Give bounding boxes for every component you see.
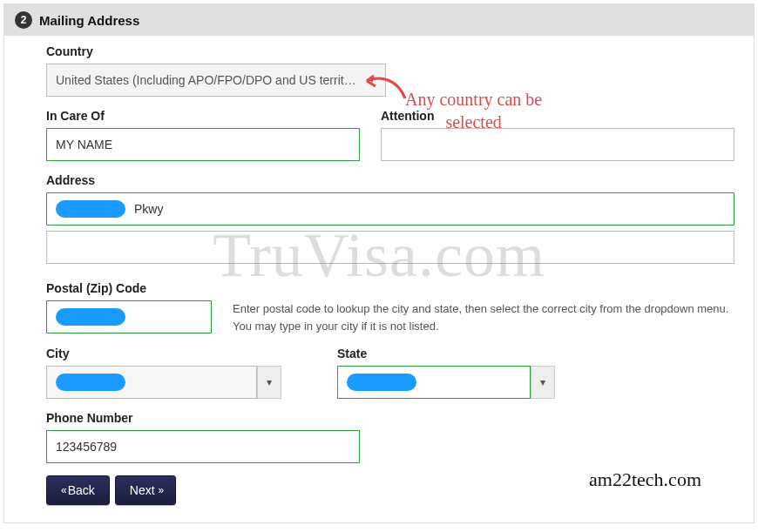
redacted-blob xyxy=(347,374,416,391)
postal-help-text: Enter postal code to lookup the city and… xyxy=(233,300,734,334)
redacted-blob xyxy=(56,200,125,218)
back-button-label: Back xyxy=(68,483,95,497)
address-line1-input[interactable]: Pkwy xyxy=(46,192,734,226)
address-label: Address xyxy=(46,173,734,187)
in-care-of-input[interactable] xyxy=(46,128,360,161)
address-line2-input[interactable] xyxy=(46,231,734,264)
in-care-of-label: In Care Of xyxy=(46,109,360,123)
panel-body: TruVisa.com Any country can be selected … xyxy=(4,36,754,522)
panel-header: 2 Mailing Address xyxy=(4,4,754,36)
phone-input[interactable] xyxy=(46,430,360,463)
next-button-label: Next xyxy=(130,483,155,497)
panel-title: Mailing Address xyxy=(39,13,139,28)
chevron-down-icon: ▾ xyxy=(531,366,555,399)
double-chevron-right-icon: » xyxy=(159,484,162,496)
state-select[interactable]: ▾ xyxy=(337,366,555,399)
address-line1-suffix: Pkwy xyxy=(134,200,163,218)
state-label: State xyxy=(337,347,555,360)
chevron-down-icon: ▼ xyxy=(368,71,376,89)
chevron-down-icon: ▾ xyxy=(257,366,281,399)
attention-input[interactable] xyxy=(381,128,734,161)
attention-label: Attention xyxy=(381,109,734,123)
mailing-address-panel: 2 Mailing Address TruVisa.com Any countr… xyxy=(3,3,755,523)
double-chevron-left-icon: « xyxy=(61,484,64,496)
country-select[interactable]: United States (Including APO/FPO/DPO and… xyxy=(46,64,386,97)
redacted-blob xyxy=(56,374,125,391)
country-value: United States (Including APO/FPO/DPO and… xyxy=(56,71,361,89)
postal-label: Postal (Zip) Code xyxy=(46,281,212,295)
step-number-badge: 2 xyxy=(15,11,32,29)
city-label: City xyxy=(46,347,281,360)
phone-label: Phone Number xyxy=(46,411,360,425)
footer-brand: am22tech.com xyxy=(589,468,701,491)
redacted-blob xyxy=(56,308,125,326)
back-button[interactable]: « Back xyxy=(46,475,110,505)
next-button[interactable]: Next » xyxy=(115,475,176,505)
postal-input[interactable] xyxy=(46,300,212,333)
city-select[interactable]: ▾ xyxy=(46,366,281,399)
country-label: Country xyxy=(46,44,386,58)
